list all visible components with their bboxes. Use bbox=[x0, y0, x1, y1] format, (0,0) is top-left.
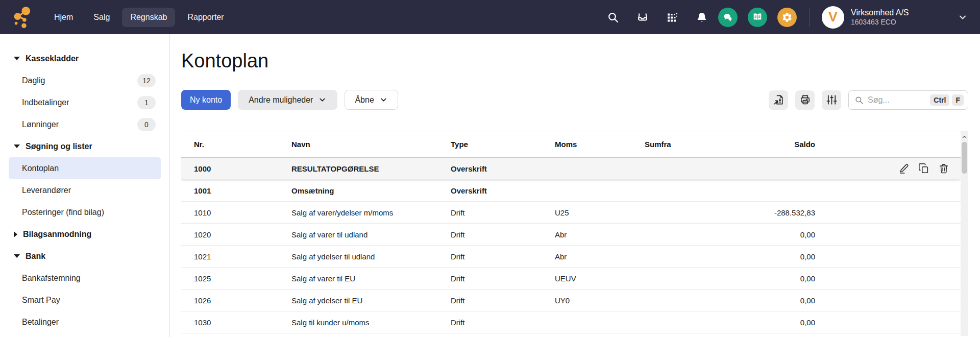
sidebar-item-kontoplan[interactable]: Kontoplan bbox=[9, 157, 161, 179]
scrollbar-track[interactable] bbox=[961, 131, 968, 336]
sidebar-item-leverand-rer[interactable]: Leverandører bbox=[9, 179, 161, 201]
cell-type: Drift bbox=[451, 208, 555, 217]
column-settings-button[interactable] bbox=[822, 90, 841, 110]
pencil-icon bbox=[898, 163, 910, 174]
trash-icon bbox=[938, 163, 949, 174]
table-row[interactable]: 1000RESULTATOPGØRELSEOverskrift bbox=[181, 158, 961, 180]
column-header-nr[interactable]: Nr. bbox=[181, 140, 291, 149]
nav-item-rapporter[interactable]: Rapporter bbox=[179, 8, 232, 27]
table-row[interactable]: 1020Salg af varer til udlandDriftAbr0,00 bbox=[181, 224, 961, 246]
sidebar-item-l-nninger[interactable]: Lønninger0 bbox=[9, 113, 161, 135]
chevron-down-icon[interactable] bbox=[958, 12, 968, 22]
table-header: Nr.NavnTypeMomsSumfraSaldo bbox=[181, 131, 961, 158]
triangle-down-icon bbox=[14, 57, 20, 60]
cell-nr: 1001 bbox=[181, 186, 291, 195]
app-logo-icon[interactable] bbox=[11, 6, 35, 29]
inbox-icon[interactable] bbox=[636, 11, 649, 23]
copy-button[interactable] bbox=[918, 163, 929, 174]
sidebar-item-bankafstemning[interactable]: Bankafstemning bbox=[9, 267, 161, 289]
page-title: Kontoplan bbox=[181, 49, 968, 73]
sidebar-section-bank[interactable]: Bank bbox=[0, 245, 169, 267]
cell-nr: 1030 bbox=[181, 318, 291, 327]
table-row[interactable]: 1025Salg af varer til EUDriftUEUV0,00 bbox=[181, 268, 961, 290]
delete-button[interactable] bbox=[938, 163, 949, 174]
edit-button[interactable] bbox=[898, 163, 910, 174]
sidebar-item-daglig[interactable]: Daglig12 bbox=[9, 69, 161, 91]
notifications-bell-icon[interactable] bbox=[696, 11, 708, 23]
cell-type: Drift bbox=[451, 318, 555, 327]
sidebar-item-label: Betalinger bbox=[22, 318, 59, 327]
sidebar-section-bilagsanmodning[interactable]: Bilagsanmodning bbox=[0, 223, 169, 245]
sidebar-item-label: Kontoplan bbox=[22, 164, 59, 173]
sidebar-item-label: Lønninger bbox=[22, 120, 59, 129]
nav-item-regnskab[interactable]: Regnskab bbox=[122, 8, 175, 27]
apps-grid-icon[interactable] bbox=[666, 11, 678, 23]
settings-gear-icon[interactable] bbox=[777, 8, 797, 27]
print-button[interactable] bbox=[795, 90, 815, 110]
cell-navn: Salg af ydelser til udland bbox=[291, 252, 451, 261]
cell-type: Overskrift bbox=[451, 186, 555, 195]
cell-saldo: 0,00 bbox=[721, 296, 815, 305]
column-header-navn[interactable]: Navn bbox=[291, 140, 451, 149]
sidebar-section-s-gning-og-lister[interactable]: Søgning og lister bbox=[0, 135, 169, 157]
sidebar-item-indbetalinger[interactable]: Indbetalinger1 bbox=[9, 91, 161, 113]
cell-actions bbox=[815, 163, 961, 174]
sidebar-section-label: Kassekladder bbox=[26, 54, 79, 63]
column-header-moms[interactable]: Moms bbox=[555, 140, 645, 149]
shortcut-key-ctrl: Ctrl bbox=[930, 94, 949, 106]
export-button[interactable] bbox=[769, 90, 788, 110]
sidebar-item-label: Posteringer (find bilag) bbox=[22, 208, 104, 217]
table-row[interactable]: 1026Salg af ydelser til EUDriftUY00,00 bbox=[181, 290, 961, 311]
search-icon[interactable] bbox=[607, 11, 619, 23]
cell-saldo: 0,00 bbox=[721, 230, 815, 239]
cell-saldo: 0,00 bbox=[721, 252, 815, 261]
cell-type: Drift bbox=[451, 252, 555, 261]
cell-nr: 1025 bbox=[181, 274, 291, 283]
column-header-saldo[interactable]: Saldo bbox=[721, 140, 815, 149]
cell-navn: Salg af varer til udland bbox=[291, 230, 451, 239]
sidebar-section-label: Søgning og lister bbox=[26, 142, 92, 151]
table-row[interactable]: 1021Salg af ydelser til udlandDriftAbr0,… bbox=[181, 246, 961, 268]
help-book-icon[interactable] bbox=[748, 8, 767, 27]
sidebar-item-betalinger[interactable]: Betalinger bbox=[9, 311, 161, 333]
company-name: Virksomhed A/S bbox=[851, 8, 909, 18]
column-header-sumfra[interactable]: Sumfra bbox=[645, 140, 721, 149]
sidebar-item-posteringer-find-bilag[interactable]: Posteringer (find bilag) bbox=[9, 201, 161, 223]
toolbar-right: Ctrl F bbox=[769, 90, 968, 110]
scrollbar-thumb[interactable] bbox=[962, 142, 967, 174]
company-info: Virksomhed A/S 1603463 ECO bbox=[851, 8, 909, 27]
table-row[interactable]: 1030Salg til kunder u/momsDrift0,00 bbox=[181, 311, 961, 333]
column-header-type[interactable]: Type bbox=[451, 140, 555, 149]
account-menu[interactable]: V Virksomhed A/S 1603463 ECO bbox=[822, 6, 968, 29]
scroll-up-icon[interactable] bbox=[961, 133, 968, 141]
nav-item-hjem[interactable]: Hjem bbox=[46, 8, 81, 27]
cell-moms: UY0 bbox=[555, 296, 645, 305]
cell-nr: 1020 bbox=[181, 230, 291, 239]
sidebar-section-label: Bank bbox=[26, 252, 45, 261]
cell-navn: Salg af varer til EU bbox=[291, 274, 451, 283]
other-options-label: Andre muligheder bbox=[249, 95, 313, 105]
sidebar-section-kassekladder[interactable]: Kassekladder bbox=[0, 47, 169, 69]
cell-type: Overskrift bbox=[451, 164, 555, 173]
cell-navn: Omsætning bbox=[291, 186, 451, 195]
topbar: HjemSalgRegnskabRapporter bbox=[0, 0, 980, 34]
topbar-nav: HjemSalgRegnskabRapporter bbox=[46, 8, 232, 27]
cell-nr: 1010 bbox=[181, 208, 291, 217]
chat-support-icon[interactable] bbox=[718, 8, 738, 27]
count-badge: 1 bbox=[137, 96, 156, 109]
new-account-button[interactable]: Ny konto bbox=[181, 90, 231, 110]
sliders-icon bbox=[826, 94, 838, 106]
accounts-table: Nr.NavnTypeMomsSumfraSaldo 1000RESULTATO… bbox=[181, 131, 968, 336]
main-content: Kontoplan Ny konto Andre muligheder Åbne bbox=[170, 34, 980, 337]
cell-navn: Salg af varer/ydelser m/moms bbox=[291, 208, 451, 217]
cell-moms: Abr bbox=[555, 252, 645, 261]
table-row[interactable]: 1010Salg af varer/ydelser m/momsDriftU25… bbox=[181, 202, 961, 224]
open-dropdown[interactable]: Åbne bbox=[345, 90, 398, 110]
nav-item-salg[interactable]: Salg bbox=[85, 8, 118, 27]
table-row[interactable]: 1001OmsætningOverskrift bbox=[181, 180, 961, 202]
sidebar-item-smart-pay[interactable]: Smart Pay bbox=[9, 289, 161, 311]
search-input[interactable] bbox=[868, 95, 927, 105]
cell-navn: RESULTATOPGØRELSE bbox=[291, 164, 451, 173]
chevron-down-icon bbox=[318, 95, 327, 104]
other-options-dropdown[interactable]: Andre muligheder bbox=[238, 90, 337, 110]
